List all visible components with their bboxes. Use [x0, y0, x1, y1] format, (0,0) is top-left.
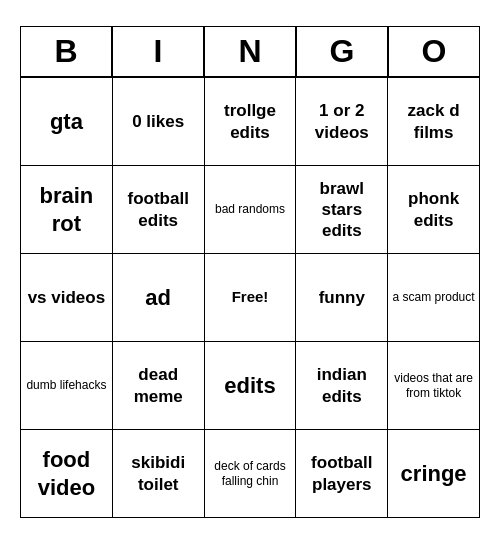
bingo-cell-0-4: zack d films [388, 78, 480, 166]
bingo-cell-3-2: edits [204, 342, 296, 430]
bingo-cell-3-3: indian edits [296, 342, 388, 430]
bingo-cell-1-3: brawl stars edits [296, 166, 388, 254]
bingo-cell-1-0: brain rot [21, 166, 113, 254]
bingo-grid: gta0 likestrollge edits1 or 2 videoszack… [20, 77, 480, 518]
bingo-cell-4-0: food video [21, 430, 113, 518]
bingo-cell-1-2: bad randoms [204, 166, 296, 254]
bingo-cell-0-1: 0 likes [112, 78, 204, 166]
bingo-cell-1-1: football edits [112, 166, 204, 254]
bingo-cell-4-3: football players [296, 430, 388, 518]
bingo-cell-3-1: dead meme [112, 342, 204, 430]
bingo-cell-3-0: dumb lifehacks [21, 342, 113, 430]
bingo-row-3: dumb lifehacksdead memeeditsindian edits… [21, 342, 480, 430]
bingo-cell-4-2: deck of cards falling chin [204, 430, 296, 518]
header-letter-n: N [204, 26, 296, 77]
bingo-cell-2-0: vs videos [21, 254, 113, 342]
bingo-cell-2-2: Free! [204, 254, 296, 342]
bingo-cell-2-4: a scam product [388, 254, 480, 342]
header-letter-i: I [112, 26, 204, 77]
bingo-cell-2-1: ad [112, 254, 204, 342]
bingo-cell-4-4: cringe [388, 430, 480, 518]
header-letter-o: O [388, 26, 480, 77]
bingo-row-0: gta0 likestrollge edits1 or 2 videoszack… [21, 78, 480, 166]
header-letter-g: G [296, 26, 388, 77]
bingo-row-1: brain rotfootball editsbad randomsbrawl … [21, 166, 480, 254]
bingo-cell-3-4: videos that are from tiktok [388, 342, 480, 430]
bingo-row-4: food videoskibidi toiletdeck of cards fa… [21, 430, 480, 518]
header-letter-b: B [20, 26, 112, 77]
bingo-cell-0-2: trollge edits [204, 78, 296, 166]
bingo-header: BINGO [20, 26, 480, 77]
bingo-row-2: vs videosadFree!funnya scam product [21, 254, 480, 342]
bingo-cell-4-1: skibidi toilet [112, 430, 204, 518]
bingo-cell-0-0: gta [21, 78, 113, 166]
bingo-cell-2-3: funny [296, 254, 388, 342]
bingo-cell-0-3: 1 or 2 videos [296, 78, 388, 166]
bingo-cell-1-4: phonk edits [388, 166, 480, 254]
